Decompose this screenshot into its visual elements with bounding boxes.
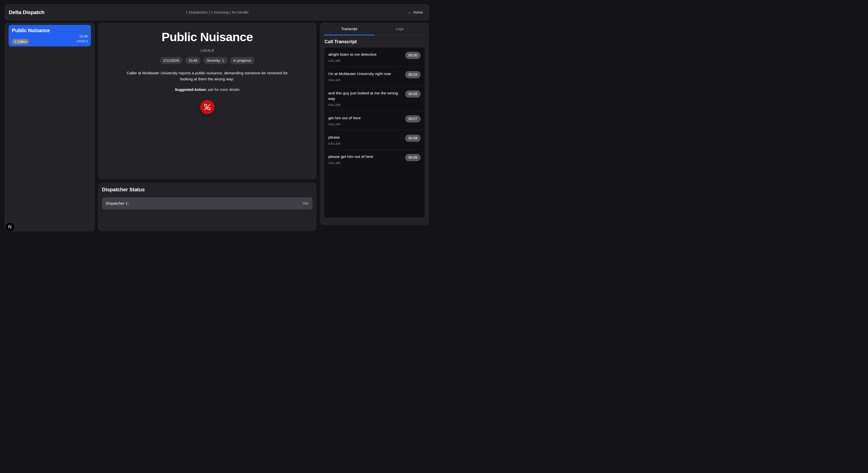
end-call-button[interactable]	[200, 100, 215, 114]
transcript-entry: please get him out of here CALLER 00:09	[324, 150, 425, 169]
transcript-entry-text: please get him out of here	[328, 154, 402, 159]
transcript-entry-text: and this guy just looked at me the wrong…	[328, 90, 402, 101]
dispatcher-status-panel: Dispatcher Status Dispatcher 1: Idle	[98, 183, 316, 231]
dispatcher-row-status: Idle	[303, 201, 309, 206]
transcript-entry-text: get him out of here	[328, 115, 402, 121]
transcript-entry-speaker: CALLER	[328, 161, 402, 164]
transcript-entry: please CALLER 00:08	[324, 130, 425, 150]
transcript-timestamp-badge: 00:05	[405, 90, 421, 98]
transcript-entry: I'm at McMaster University right now CAL…	[324, 67, 425, 86]
nextjs-dev-badge[interactable]: N	[5, 222, 14, 231]
suggested-action-label: Suggested Action:	[175, 88, 207, 92]
home-link[interactable]: ← Home	[408, 10, 423, 14]
tab-logs[interactable]: Logs	[374, 23, 425, 35]
transcript-entry-text: please	[328, 134, 402, 140]
transcript-tab-bar: Transcript Logs	[324, 23, 425, 35]
incident-list-sidebar: Public Nuisance 1 Callers 15:46 L8S4L8	[4, 23, 95, 231]
incident-detail-panel: Public Nuisance L8S4L8 1/11/2026 15:46 S…	[98, 23, 316, 179]
incident-card-postal-code: L8S4L8	[76, 39, 88, 43]
transcript-entry-speaker: CALLER	[328, 59, 402, 62]
transcript-entry-speaker: CALLER	[328, 142, 402, 145]
transcript-timestamp-badge: 00:09	[405, 154, 421, 161]
home-link-label: Home	[413, 10, 423, 14]
header-bar: Delta Dispatch 1 Dispatchers | 1 incomin…	[4, 4, 430, 21]
incident-card-time: 15:46	[79, 34, 88, 38]
incident-postal-code: L8S4L8	[98, 49, 316, 53]
transcript-timestamp-badge: 00:00	[405, 52, 421, 59]
incident-severity-pill: Severity: 1	[204, 57, 227, 64]
incident-card-title: Public Nuisance	[12, 28, 50, 33]
call-transcript-heading: Call Transcript	[324, 39, 425, 44]
transcript-panel: Transcript Logs Call Transcript alright …	[320, 23, 429, 225]
transcript-entry: and this guy just looked at me the wrong…	[324, 86, 425, 111]
transcript-timestamp-badge: 00:03	[405, 71, 421, 78]
transcript-entry-text: I'm at McMaster University right now	[328, 71, 402, 76]
incident-card-public-nuisance[interactable]: Public Nuisance 1 Callers 15:46 L8S4L8	[8, 25, 91, 46]
transcript-entry-speaker: CALLER	[328, 103, 402, 106]
active-status-dot	[85, 30, 88, 33]
phone-off-icon	[204, 104, 211, 111]
incident-meta-pills: 1/11/2026 15:46 Severity: 1 in progress	[98, 57, 316, 64]
transcript-entry: alright listen to me detective CALLER 00…	[324, 48, 425, 67]
header-stats: 1 Dispatchers | 1 incoming | 3m handle	[4, 10, 430, 14]
incident-time-pill: 15:46	[185, 57, 201, 64]
transcript-timestamp-badge: 00:07	[405, 115, 421, 123]
incident-title: Public Nuisance	[98, 23, 316, 43]
tab-transcript[interactable]: Transcript	[324, 23, 374, 35]
callers-count-badge: 1 Callers	[12, 39, 29, 44]
incident-date-pill: 1/11/2026	[160, 57, 182, 64]
transcript-entry-speaker: CALLER	[328, 78, 402, 82]
incident-description: Caller at McMaster University reports a …	[124, 70, 290, 82]
dispatcher-row-label: Dispatcher 1:	[106, 201, 129, 206]
transcript-entry-text: alright listen to me detective	[328, 52, 402, 57]
arrow-left-icon: ←	[408, 10, 412, 14]
transcript-list: alright listen to me detective CALLER 00…	[324, 47, 425, 218]
transcript-timestamp-badge: 00:08	[405, 134, 421, 142]
suggested-action-text: ask for more details	[208, 88, 240, 92]
incident-status-pill: in progress	[230, 57, 255, 64]
transcript-entry-speaker: CALLER	[328, 123, 402, 126]
dispatcher-status-heading: Dispatcher Status	[102, 187, 312, 192]
transcript-entry: get him out of here CALLER 00:07	[324, 111, 425, 130]
suggested-action: Suggested Action: ask for more details	[98, 87, 316, 92]
dispatcher-row: Dispatcher 1: Idle	[102, 197, 312, 210]
